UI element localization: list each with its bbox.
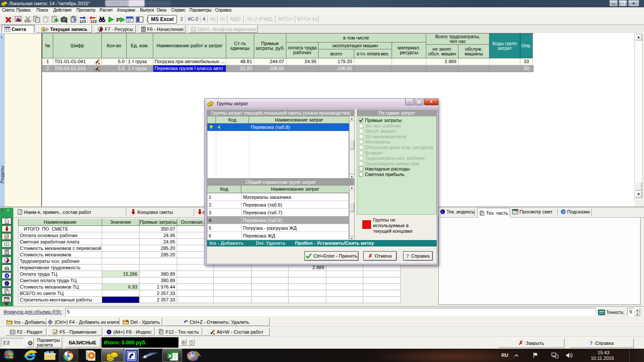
svg-text:i: i [442,210,443,214]
svg-text:123: 123 [90,19,97,24]
svg-text:%: % [192,27,195,31]
svg-text:?: ? [562,210,565,214]
svg-text:13: 13 [127,18,131,22]
svg-text:Ч: Ч [5,274,8,278]
svg-text:123: 123 [79,19,86,24]
svg-text:i: i [6,282,7,286]
svg-text:P: P [116,17,120,23]
svg-text:i: i [108,330,109,334]
